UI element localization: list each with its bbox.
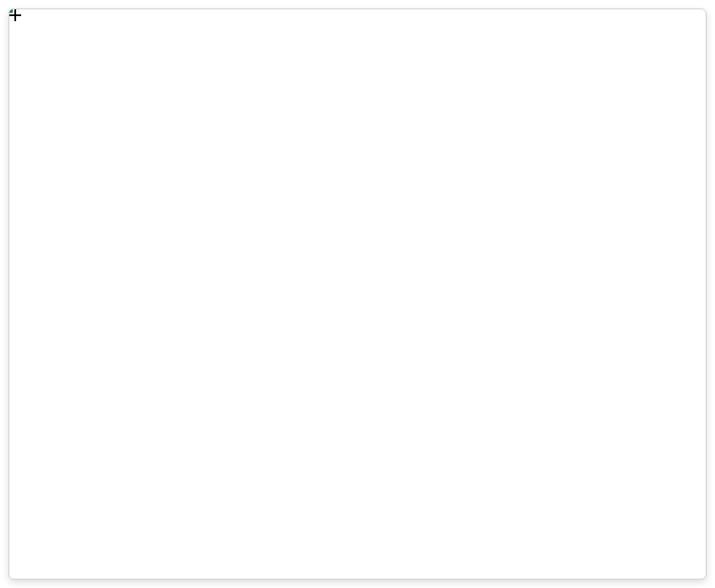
svg-rect-3 <box>9 14 21 16</box>
svg-rect-1 <box>9 14 21 17</box>
svg-rect-2 <box>14 9 16 21</box>
svg-rect-0 <box>14 9 17 21</box>
cell-cursor-icon <box>9 9 21 21</box>
spreadsheet-window <box>8 8 707 580</box>
active-cell-outline <box>9 9 13 13</box>
